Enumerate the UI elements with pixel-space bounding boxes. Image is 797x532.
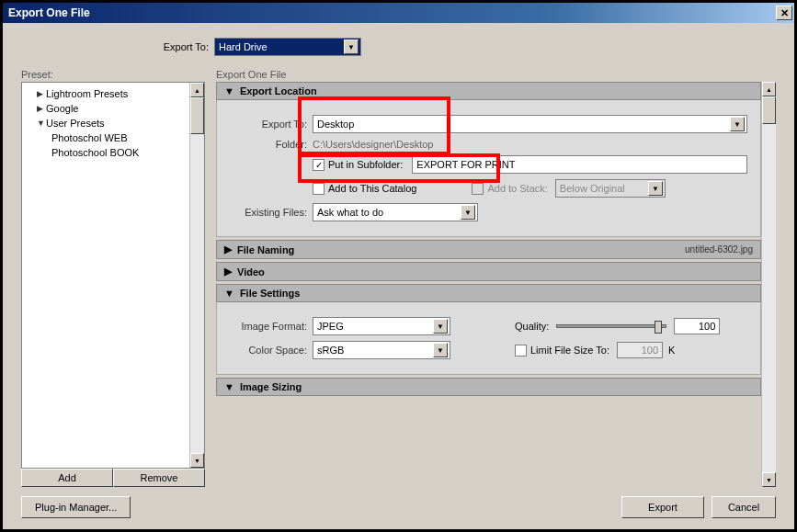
preset-tree: ▶Lightroom Presets ▶Google ▼User Presets… bbox=[22, 83, 189, 468]
export-to-row: Export To: Hard Drive ▼ bbox=[21, 38, 776, 56]
image-format-label: Image Format: bbox=[230, 321, 313, 332]
scroll-up-icon[interactable]: ▲ bbox=[762, 82, 776, 96]
settings-scroll: ▼ Export Location Export To: Desktop ▼ bbox=[216, 82, 776, 487]
chevron-down-icon[interactable]: ▼ bbox=[461, 205, 475, 220]
chevron-down-icon: ▼ bbox=[648, 181, 663, 196]
scroll-down-icon[interactable]: ▼ bbox=[190, 453, 204, 468]
triangle-right-icon: ▶ bbox=[37, 89, 46, 98]
window-title: Export One File bbox=[8, 6, 776, 19]
export-to-value: Hard Drive bbox=[219, 41, 344, 52]
preset-item-user[interactable]: ▼User Presets bbox=[24, 116, 188, 130]
scroll-thumb[interactable] bbox=[762, 96, 776, 124]
preset-listbox: ▶Lightroom Presets ▶Google ▼User Presets… bbox=[21, 82, 205, 469]
preset-item-photoschol-web[interactable]: Photoschol WEB bbox=[24, 130, 188, 145]
settings-content: ▼ Export Location Export To: Desktop ▼ bbox=[216, 82, 761, 487]
export-dialog: Export One File ✕ Export To: Hard Drive … bbox=[2, 2, 795, 530]
file-naming-sample: untitled-6302.jpg bbox=[685, 244, 753, 255]
preset-item-photoschool-book[interactable]: Photoschool BOOK bbox=[24, 145, 188, 160]
titlebar: Export One File ✕ bbox=[3, 3, 794, 23]
loc-export-to-label: Export To: bbox=[230, 119, 313, 130]
remove-preset-button[interactable]: Remove bbox=[113, 469, 205, 487]
quality-input[interactable]: 100 bbox=[674, 318, 720, 334]
section-image-sizing[interactable]: ▼ Image Sizing bbox=[216, 378, 761, 396]
footer: Plug-in Manager... Export Cancel bbox=[21, 487, 776, 518]
scroll-up-icon[interactable]: ▲ bbox=[190, 83, 204, 97]
preset-item-lightroom[interactable]: ▶Lightroom Presets bbox=[24, 86, 188, 101]
quality-slider[interactable] bbox=[556, 324, 666, 328]
quality-label: Quality: bbox=[515, 321, 549, 332]
export-to-label: Export To: bbox=[21, 41, 214, 52]
preset-label: Preset: bbox=[21, 69, 205, 80]
put-in-subfolder-checkbox[interactable]: ✓ bbox=[313, 159, 324, 171]
triangle-right-icon: ▶ bbox=[37, 104, 46, 113]
cancel-button[interactable]: Cancel bbox=[712, 496, 776, 518]
triangle-down-icon: ▼ bbox=[224, 381, 234, 392]
folder-path: C:\Users\designer\Desktop bbox=[313, 139, 433, 150]
slider-thumb[interactable] bbox=[655, 321, 662, 334]
preset-buttons: Add Remove bbox=[21, 469, 205, 487]
chevron-down-icon[interactable]: ▼ bbox=[433, 319, 448, 334]
scroll-down-icon[interactable]: ▼ bbox=[762, 472, 776, 487]
add-to-catalog-checkbox[interactable] bbox=[313, 183, 324, 195]
preset-scrollbar[interactable]: ▲ ▼ bbox=[189, 83, 204, 468]
triangle-down-icon: ▼ bbox=[224, 85, 234, 96]
section-export-location[interactable]: ▼ Export Location bbox=[216, 82, 761, 100]
add-to-stack-checkbox bbox=[472, 183, 484, 195]
image-format-dropdown[interactable]: JPEG ▼ bbox=[313, 317, 450, 335]
triangle-down-icon: ▼ bbox=[37, 119, 46, 128]
existing-files-label: Existing Files: bbox=[230, 207, 313, 218]
limit-filesize-unit: K bbox=[668, 345, 675, 356]
triangle-down-icon: ▼ bbox=[224, 288, 234, 299]
limit-filesize-input: 100 bbox=[617, 342, 663, 358]
existing-files-dropdown[interactable]: Ask what to do ▼ bbox=[313, 203, 478, 221]
preset-item-google[interactable]: ▶Google bbox=[24, 101, 188, 116]
color-space-dropdown[interactable]: sRGB ▼ bbox=[313, 341, 450, 359]
limit-filesize-checkbox[interactable] bbox=[515, 345, 527, 357]
scroll-thumb[interactable] bbox=[190, 97, 204, 134]
stack-position-dropdown: Below Original ▼ bbox=[555, 179, 666, 198]
section-file-naming[interactable]: ▶ File Naming untitled-6302.jpg bbox=[216, 240, 761, 259]
add-to-stack-label: Add to Stack: bbox=[487, 183, 547, 194]
close-button[interactable]: ✕ bbox=[776, 6, 792, 20]
file-settings-body: Image Format: JPEG ▼ Quality: 100 bbox=[216, 302, 761, 375]
chevron-down-icon[interactable]: ▼ bbox=[344, 40, 359, 54]
settings-scrollbar[interactable]: ▲ ▼ bbox=[761, 82, 776, 487]
section-file-settings[interactable]: ▼ File Settings bbox=[216, 284, 761, 302]
chevron-down-icon[interactable]: ▼ bbox=[730, 117, 745, 131]
settings-panel: Export One File ▼ Export Location Export… bbox=[216, 69, 776, 487]
chevron-down-icon[interactable]: ▼ bbox=[433, 343, 448, 357]
main-area: Preset: ▶Lightroom Presets ▶Google ▼User… bbox=[21, 69, 776, 487]
limit-filesize-label: Limit File Size To: bbox=[530, 345, 609, 356]
preset-panel: Preset: ▶Lightroom Presets ▶Google ▼User… bbox=[21, 69, 205, 487]
export-to-dropdown[interactable]: Hard Drive ▼ bbox=[214, 38, 361, 56]
export-location-body: Export To: Desktop ▼ Folder: C:\Users\de… bbox=[216, 100, 761, 237]
dialog-content: Export To: Hard Drive ▼ Preset: ▶Lightro… bbox=[3, 23, 794, 529]
subfolder-input[interactable]: EXPORT FOR PRINT bbox=[412, 155, 747, 174]
folder-label: Folder: bbox=[230, 139, 313, 150]
plugin-manager-button[interactable]: Plug-in Manager... bbox=[21, 496, 131, 518]
right-label: Export One File bbox=[216, 69, 776, 80]
triangle-right-icon: ▶ bbox=[224, 266, 232, 277]
put-in-subfolder-label: Put in Subfolder: bbox=[328, 159, 403, 170]
section-video[interactable]: ▶ Video bbox=[216, 262, 761, 281]
add-to-catalog-label: Add to This Catalog bbox=[328, 183, 416, 194]
loc-export-to-dropdown[interactable]: Desktop ▼ bbox=[313, 115, 747, 133]
triangle-right-icon: ▶ bbox=[224, 243, 232, 255]
add-preset-button[interactable]: Add bbox=[21, 469, 113, 487]
color-space-label: Color Space: bbox=[230, 345, 313, 356]
export-button[interactable]: Export bbox=[621, 496, 704, 518]
